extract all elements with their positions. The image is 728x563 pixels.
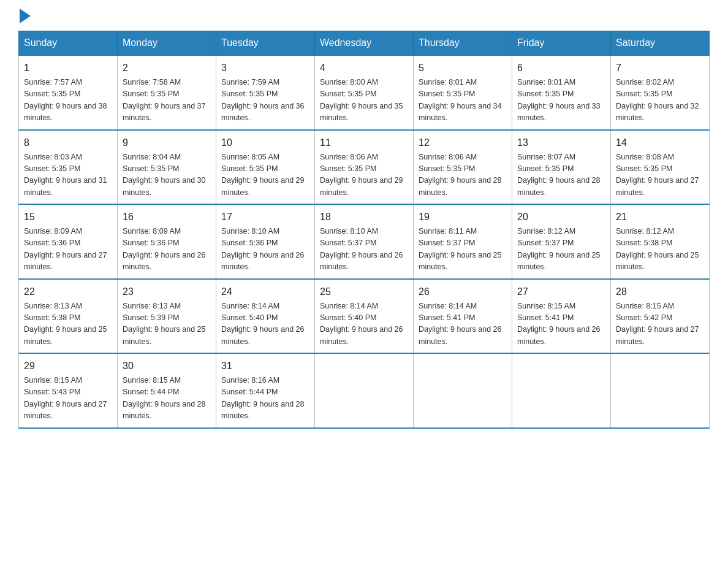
calendar-day-cell: 15 Sunrise: 8:09 AM Sunset: 5:36 PM Dayl… bbox=[19, 204, 118, 279]
day-info: Sunrise: 8:05 AM Sunset: 5:35 PM Dayligh… bbox=[221, 151, 309, 199]
calendar-day-cell: 23 Sunrise: 8:13 AM Sunset: 5:39 PM Dayl… bbox=[118, 279, 216, 354]
day-number: 16 bbox=[123, 210, 211, 224]
day-number: 11 bbox=[320, 136, 408, 150]
day-info: Sunrise: 8:13 AM Sunset: 5:38 PM Dayligh… bbox=[24, 301, 112, 348]
calendar-day-cell bbox=[611, 353, 710, 428]
day-info: Sunrise: 8:14 AM Sunset: 5:40 PM Dayligh… bbox=[221, 301, 309, 348]
day-number: 22 bbox=[24, 285, 112, 299]
calendar-day-cell: 4 Sunrise: 8:00 AM Sunset: 5:35 PM Dayli… bbox=[315, 55, 414, 130]
calendar-day-cell: 16 Sunrise: 8:09 AM Sunset: 5:36 PM Dayl… bbox=[118, 204, 216, 279]
logo bbox=[18, 12, 31, 18]
day-number: 9 bbox=[123, 136, 211, 150]
day-number: 18 bbox=[320, 210, 408, 224]
day-number: 12 bbox=[419, 136, 507, 150]
day-of-week-header: Friday bbox=[512, 31, 611, 56]
day-number: 14 bbox=[616, 136, 704, 150]
day-info: Sunrise: 8:11 AM Sunset: 5:37 PM Dayligh… bbox=[419, 226, 507, 274]
day-info: Sunrise: 8:00 AM Sunset: 5:35 PM Dayligh… bbox=[320, 77, 408, 124]
day-info: Sunrise: 8:04 AM Sunset: 5:35 PM Dayligh… bbox=[123, 151, 211, 199]
calendar-week-row: 15 Sunrise: 8:09 AM Sunset: 5:36 PM Dayl… bbox=[19, 204, 710, 279]
calendar-day-cell: 22 Sunrise: 8:13 AM Sunset: 5:38 PM Dayl… bbox=[19, 279, 118, 354]
calendar-day-cell: 19 Sunrise: 8:11 AM Sunset: 5:37 PM Dayl… bbox=[414, 204, 512, 279]
day-number: 6 bbox=[517, 61, 605, 75]
day-of-week-header: Saturday bbox=[611, 31, 710, 56]
calendar-day-cell: 26 Sunrise: 8:14 AM Sunset: 5:41 PM Dayl… bbox=[414, 279, 512, 354]
page-header bbox=[18, 12, 710, 18]
calendar-day-cell: 11 Sunrise: 8:06 AM Sunset: 5:35 PM Dayl… bbox=[315, 130, 414, 205]
day-of-week-header: Sunday bbox=[19, 31, 118, 56]
calendar-day-cell: 13 Sunrise: 8:07 AM Sunset: 5:35 PM Dayl… bbox=[512, 130, 611, 205]
calendar-day-cell bbox=[512, 353, 611, 428]
day-number: 2 bbox=[123, 61, 211, 75]
day-number: 25 bbox=[320, 285, 408, 299]
calendar-day-cell: 8 Sunrise: 8:03 AM Sunset: 5:35 PM Dayli… bbox=[19, 130, 118, 205]
day-info: Sunrise: 8:14 AM Sunset: 5:41 PM Dayligh… bbox=[419, 301, 507, 348]
day-info: Sunrise: 8:15 AM Sunset: 5:43 PM Dayligh… bbox=[24, 375, 112, 423]
day-info: Sunrise: 8:03 AM Sunset: 5:35 PM Dayligh… bbox=[24, 151, 112, 199]
day-number: 5 bbox=[419, 61, 507, 75]
calendar-day-cell: 9 Sunrise: 8:04 AM Sunset: 5:35 PM Dayli… bbox=[118, 130, 216, 205]
calendar-week-row: 22 Sunrise: 8:13 AM Sunset: 5:38 PM Dayl… bbox=[19, 279, 710, 354]
day-info: Sunrise: 7:57 AM Sunset: 5:35 PM Dayligh… bbox=[24, 77, 112, 124]
calendar-day-cell: 20 Sunrise: 8:12 AM Sunset: 5:37 PM Dayl… bbox=[512, 204, 611, 279]
day-number: 28 bbox=[616, 285, 704, 299]
calendar-day-cell: 17 Sunrise: 8:10 AM Sunset: 5:36 PM Dayl… bbox=[216, 204, 315, 279]
calendar-day-cell bbox=[315, 353, 414, 428]
calendar-day-cell: 5 Sunrise: 8:01 AM Sunset: 5:35 PM Dayli… bbox=[414, 55, 512, 130]
calendar-day-cell: 1 Sunrise: 7:57 AM Sunset: 5:35 PM Dayli… bbox=[19, 55, 118, 130]
calendar-day-cell: 24 Sunrise: 8:14 AM Sunset: 5:40 PM Dayl… bbox=[216, 279, 315, 354]
day-of-week-header: Tuesday bbox=[216, 31, 315, 56]
logo-arrow-icon bbox=[20, 9, 31, 23]
day-number: 30 bbox=[123, 359, 211, 373]
day-info: Sunrise: 8:01 AM Sunset: 5:35 PM Dayligh… bbox=[419, 77, 507, 124]
day-of-week-header: Thursday bbox=[414, 31, 512, 56]
calendar-day-cell: 6 Sunrise: 8:01 AM Sunset: 5:35 PM Dayli… bbox=[512, 55, 611, 130]
day-of-week-header: Wednesday bbox=[315, 31, 414, 56]
day-number: 7 bbox=[616, 61, 704, 75]
day-info: Sunrise: 8:15 AM Sunset: 5:44 PM Dayligh… bbox=[123, 375, 211, 423]
day-number: 4 bbox=[320, 61, 408, 75]
day-number: 15 bbox=[24, 210, 112, 224]
day-number: 20 bbox=[517, 210, 605, 224]
day-number: 27 bbox=[517, 285, 605, 299]
day-info: Sunrise: 8:15 AM Sunset: 5:42 PM Dayligh… bbox=[616, 301, 704, 348]
day-info: Sunrise: 8:10 AM Sunset: 5:36 PM Dayligh… bbox=[221, 226, 309, 274]
day-number: 13 bbox=[517, 136, 605, 150]
calendar-day-cell: 10 Sunrise: 8:05 AM Sunset: 5:35 PM Dayl… bbox=[216, 130, 315, 205]
day-info: Sunrise: 8:09 AM Sunset: 5:36 PM Dayligh… bbox=[24, 226, 112, 274]
calendar-week-row: 8 Sunrise: 8:03 AM Sunset: 5:35 PM Dayli… bbox=[19, 130, 710, 205]
day-number: 8 bbox=[24, 136, 112, 150]
day-info: Sunrise: 8:16 AM Sunset: 5:44 PM Dayligh… bbox=[221, 375, 309, 423]
day-info: Sunrise: 8:12 AM Sunset: 5:38 PM Dayligh… bbox=[616, 226, 704, 274]
calendar-day-cell: 2 Sunrise: 7:58 AM Sunset: 5:35 PM Dayli… bbox=[118, 55, 216, 130]
day-info: Sunrise: 8:15 AM Sunset: 5:41 PM Dayligh… bbox=[517, 301, 605, 348]
day-info: Sunrise: 7:58 AM Sunset: 5:35 PM Dayligh… bbox=[123, 77, 211, 124]
day-number: 24 bbox=[221, 285, 309, 299]
calendar-day-cell: 28 Sunrise: 8:15 AM Sunset: 5:42 PM Dayl… bbox=[611, 279, 710, 354]
day-number: 10 bbox=[221, 136, 309, 150]
day-info: Sunrise: 8:06 AM Sunset: 5:35 PM Dayligh… bbox=[320, 151, 408, 199]
calendar-day-cell: 12 Sunrise: 8:06 AM Sunset: 5:35 PM Dayl… bbox=[414, 130, 512, 205]
day-info: Sunrise: 8:08 AM Sunset: 5:35 PM Dayligh… bbox=[616, 151, 704, 199]
calendar-day-cell: 21 Sunrise: 8:12 AM Sunset: 5:38 PM Dayl… bbox=[611, 204, 710, 279]
day-info: Sunrise: 8:01 AM Sunset: 5:35 PM Dayligh… bbox=[517, 77, 605, 124]
day-info: Sunrise: 8:12 AM Sunset: 5:37 PM Dayligh… bbox=[517, 226, 605, 274]
day-info: Sunrise: 8:14 AM Sunset: 5:40 PM Dayligh… bbox=[320, 301, 408, 348]
calendar-day-cell: 25 Sunrise: 8:14 AM Sunset: 5:40 PM Dayl… bbox=[315, 279, 414, 354]
day-info: Sunrise: 8:09 AM Sunset: 5:36 PM Dayligh… bbox=[123, 226, 211, 274]
calendar-day-cell: 14 Sunrise: 8:08 AM Sunset: 5:35 PM Dayl… bbox=[611, 130, 710, 205]
calendar-table: SundayMondayTuesdayWednesdayThursdayFrid… bbox=[18, 31, 710, 429]
day-info: Sunrise: 8:10 AM Sunset: 5:37 PM Dayligh… bbox=[320, 226, 408, 274]
calendar-day-cell: 29 Sunrise: 8:15 AM Sunset: 5:43 PM Dayl… bbox=[19, 353, 118, 428]
day-number: 3 bbox=[221, 61, 309, 75]
day-number: 23 bbox=[123, 285, 211, 299]
day-info: Sunrise: 7:59 AM Sunset: 5:35 PM Dayligh… bbox=[221, 77, 309, 124]
day-info: Sunrise: 8:13 AM Sunset: 5:39 PM Dayligh… bbox=[123, 301, 211, 348]
calendar-day-cell: 3 Sunrise: 7:59 AM Sunset: 5:35 PM Dayli… bbox=[216, 55, 315, 130]
day-number: 31 bbox=[221, 359, 309, 373]
day-info: Sunrise: 8:02 AM Sunset: 5:35 PM Dayligh… bbox=[616, 77, 704, 124]
calendar-header-row: SundayMondayTuesdayWednesdayThursdayFrid… bbox=[19, 31, 710, 56]
calendar-week-row: 1 Sunrise: 7:57 AM Sunset: 5:35 PM Dayli… bbox=[19, 55, 710, 130]
calendar-day-cell: 7 Sunrise: 8:02 AM Sunset: 5:35 PM Dayli… bbox=[611, 55, 710, 130]
day-of-week-header: Monday bbox=[118, 31, 216, 56]
